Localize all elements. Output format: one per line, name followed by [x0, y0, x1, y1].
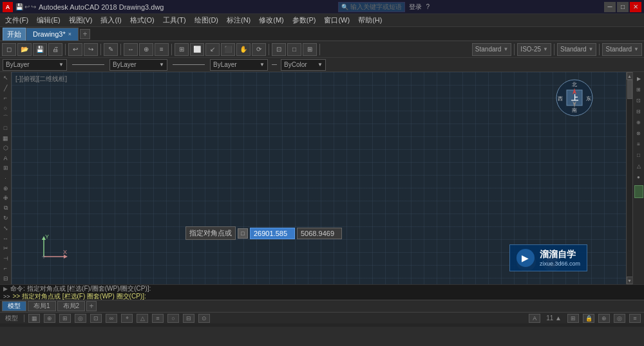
menu-window[interactable]: 窗口(W) — [320, 14, 354, 26]
drawing3-tab[interactable]: Drawing3* × — [26, 28, 79, 41]
ltb-move[interactable]: ✙ — [1, 194, 11, 203]
ltb-hatch[interactable]: ▦ — [1, 133, 11, 143]
status-nav[interactable]: ◎ — [614, 314, 625, 323]
new-tab-btn[interactable]: + — [80, 29, 90, 39]
tb-insert[interactable]: ⊞ — [303, 43, 317, 56]
menu-modify[interactable]: 修改(M) — [255, 14, 288, 26]
ltb-text[interactable]: A — [1, 154, 11, 163]
tb-dist[interactable]: ↔ — [124, 43, 138, 56]
layer-dropdown[interactable]: ByLayer ▼ — [3, 59, 67, 71]
new-layout-btn[interactable]: + — [86, 301, 97, 311]
workspace-dropdown[interactable]: Standard ▼ — [472, 43, 512, 56]
tb-zoom-ext[interactable]: ⬛ — [221, 43, 235, 56]
tb-open[interactable]: 📂 — [17, 43, 32, 56]
linetype-dropdown[interactable]: ByLayer ▼ — [210, 59, 268, 71]
layout-1-tab[interactable]: 布局1 — [28, 301, 56, 311]
scroll-track[interactable] — [627, 80, 632, 277]
scroll-up[interactable]: ▲ — [627, 72, 633, 80]
ltb-arc[interactable]: ⌒ — [1, 113, 11, 123]
ltb-point[interactable]: · — [1, 174, 11, 183]
status-hardware[interactable]: ⊕ — [598, 314, 610, 323]
ltb-region[interactable]: ⬡ — [1, 143, 11, 153]
viewport-scale-dropdown[interactable]: Standard ▼ — [557, 43, 597, 56]
ltb-insert-block[interactable]: ⊞ — [1, 163, 11, 173]
status-ducs[interactable]: ⌖ — [121, 314, 133, 323]
annotation-scale-dropdown[interactable]: ISO-25 ▼ — [517, 43, 551, 56]
scroll-thumb[interactable] — [627, 80, 632, 99]
coord-x-input[interactable]: 26901.585 — [250, 228, 295, 239]
ltb-scale[interactable]: ⤡ — [1, 224, 11, 233]
status-model[interactable]: 模型 — [3, 314, 20, 323]
minimize-btn[interactable]: ─ — [604, 2, 616, 12]
canvas-area[interactable]: [-][俯视][二维线框] 指定对角点或 □ 26901.585 5068.94… — [12, 72, 626, 284]
help-icon[interactable]: ? — [426, 3, 430, 10]
tb-redo[interactable]: ↪ — [84, 43, 98, 56]
menu-tools[interactable]: 工具(T) — [159, 14, 190, 26]
menu-edit[interactable]: 编辑(E) — [33, 14, 64, 26]
tb-zoom-pre[interactable]: ↙ — [205, 43, 220, 56]
status-otrack[interactable]: ∞ — [106, 314, 117, 323]
status-lw[interactable]: ≡ — [152, 314, 164, 323]
menu-format[interactable]: 格式(O) — [126, 14, 158, 26]
text-style-dropdown[interactable]: Standard ▼ — [602, 43, 642, 56]
status-anno-scale[interactable]: A — [529, 314, 540, 323]
status-dyn[interactable]: △ — [137, 314, 148, 323]
menu-insert[interactable]: 插入(I) — [97, 14, 125, 26]
coord-y-input[interactable]: 5068.9469 — [297, 228, 342, 239]
menu-dimension[interactable]: 标注(N) — [223, 14, 254, 26]
ltb-select[interactable]: ↖ — [1, 73, 11, 83]
tb-list[interactable]: ≡ — [155, 43, 169, 56]
tb-zoom-win[interactable]: ⬜ — [190, 43, 204, 56]
ltb-explode[interactable]: ⊟ — [1, 274, 11, 284]
status-sc[interactable]: ⊙ — [198, 314, 210, 323]
ltb-line[interactable]: ╱ — [1, 84, 11, 93]
drawing3-tab-close[interactable]: × — [68, 31, 71, 37]
menu-help[interactable]: 帮助(H) — [354, 14, 386, 26]
tb-pan[interactable]: ✋ — [236, 43, 251, 56]
status-workspace[interactable]: ⊞ — [567, 314, 579, 323]
ltb-extend[interactable]: ⊣ — [1, 253, 11, 263]
status-ortho[interactable]: ⊞ — [59, 314, 71, 323]
menu-file[interactable]: 文件(F) — [1, 14, 32, 26]
rtb-btn7[interactable]: ≡ — [634, 139, 644, 149]
tb-match[interactable]: ✎ — [104, 43, 118, 56]
ltb-stretch[interactable]: ↔ — [1, 233, 11, 243]
rtb-btn5[interactable]: ⊕ — [634, 117, 644, 127]
rtb-btn4[interactable]: ⊟ — [634, 106, 644, 116]
tb-zoom-all[interactable]: ⊞ — [175, 43, 189, 56]
rtb-btn1[interactable]: ▶ — [634, 73, 644, 84]
tb-layer[interactable]: ⊡ — [272, 43, 286, 56]
status-osnap[interactable]: ⊡ — [90, 314, 102, 323]
status-snap[interactable]: ⊕ — [44, 314, 55, 323]
menu-view[interactable]: 视图(V) — [65, 14, 97, 26]
status-scale[interactable]: 11 ▲ — [544, 314, 564, 322]
rtb-btn10[interactable]: ● — [634, 172, 644, 182]
status-grid[interactable]: ▦ — [28, 314, 40, 323]
rtb-btn2[interactable]: ⊞ — [634, 84, 644, 95]
quick-access-undo[interactable]: ↩ — [24, 3, 30, 10]
tb-block[interactable]: □ — [287, 43, 301, 56]
quick-access-save[interactable]: 💾 — [15, 3, 23, 10]
ltb-rect[interactable]: □ — [1, 123, 11, 133]
ltb-circle[interactable]: ○ — [1, 104, 11, 113]
lineweight-dropdown[interactable]: ByColor ▼ — [281, 59, 326, 71]
scroll-down[interactable]: ▼ — [627, 277, 633, 284]
rtb-btn8[interactable]: □ — [634, 150, 644, 160]
status-polar[interactable]: ◎ — [75, 314, 86, 323]
layout-model-tab[interactable]: 模型 — [2, 301, 26, 311]
maximize-btn[interactable]: □ — [617, 2, 629, 12]
close-btn[interactable]: ✕ — [630, 2, 641, 12]
quick-access-redo[interactable]: ↪ — [31, 3, 36, 10]
tb-undo[interactable]: ↩ — [68, 43, 82, 56]
status-ui-lock[interactable]: 🔒 — [583, 314, 594, 323]
ltb-trim[interactable]: ✂ — [1, 244, 11, 253]
rtb-btn6[interactable]: ⊗ — [634, 128, 644, 138]
tb-new[interactable]: ◻ — [2, 43, 16, 56]
tb-orbit[interactable]: ⟳ — [252, 43, 266, 56]
menu-draw[interactable]: 绘图(D) — [191, 14, 222, 26]
status-trans[interactable]: ○ — [167, 314, 179, 323]
layout-2-tab[interactable]: 布局2 — [57, 301, 86, 311]
status-qp[interactable]: ⊟ — [183, 314, 194, 323]
ltb-construct[interactable]: ⊕ — [1, 183, 11, 193]
tb-id[interactable]: ⊕ — [139, 43, 153, 56]
